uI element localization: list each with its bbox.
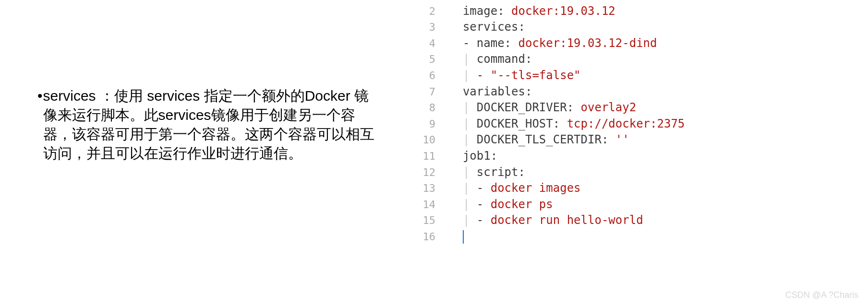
code-token: |	[463, 213, 477, 227]
code-token: |	[463, 52, 477, 66]
line-number: 11	[418, 150, 449, 162]
code-token: -	[477, 198, 491, 211]
code-token: command:	[477, 52, 532, 66]
code-token	[449, 0, 463, 1]
line-number: 10	[418, 134, 449, 146]
code-token: |	[463, 133, 477, 146]
code-token: |	[463, 181, 477, 195]
line-number: 5	[418, 53, 449, 65]
code-line[interactable]: 16	[418, 230, 850, 246]
code-line[interactable]: 9 | DOCKER_HOST: tcp://docker:2375	[418, 117, 850, 133]
code-content[interactable]: ---	[449, 0, 483, 1]
cursor	[463, 230, 464, 244]
code-token	[449, 52, 463, 66]
code-content[interactable]: | script:	[449, 165, 525, 179]
code-content[interactable]: job1:	[449, 149, 497, 163]
code-token	[449, 165, 463, 179]
code-content[interactable]: | DOCKER_HOST: tcp://docker:2375	[449, 117, 685, 130]
code-token: tcp://docker:2375	[567, 117, 685, 130]
description-text: services ：使用 services 指定一个额外的Docker 镜像来运…	[43, 86, 382, 163]
code-token: |	[463, 165, 477, 179]
code-line[interactable]: 14 | - docker ps	[418, 198, 850, 214]
line-number: 6	[418, 70, 449, 82]
line-number: 4	[418, 37, 449, 49]
code-token	[449, 213, 463, 227]
code-token: -	[477, 69, 491, 82]
code-token: - name:	[449, 36, 518, 50]
code-content[interactable]: - name: docker:19.03.12-dind	[449, 36, 657, 50]
code-content[interactable]: variables:	[449, 85, 532, 98]
line-number: 14	[418, 199, 449, 211]
code-content[interactable]: | - docker ps	[449, 198, 553, 211]
code-token: |	[463, 198, 477, 211]
code-token: DOCKER_DRIVER:	[477, 101, 581, 114]
description-panel: • services ：使用 services 指定一个额外的Docker 镜像…	[34, 86, 382, 163]
line-number: 16	[418, 231, 449, 243]
line-number: 13	[418, 182, 449, 194]
code-token: |	[463, 69, 477, 82]
bullet-item: • services ：使用 services 指定一个额外的Docker 镜像…	[34, 86, 382, 163]
code-line[interactable]: 7 variables:	[418, 85, 850, 101]
code-token: docker:19.03.12-dind	[518, 36, 657, 50]
code-token	[449, 69, 463, 82]
line-number: 15	[418, 214, 449, 226]
code-token: ''	[615, 133, 629, 146]
code-line[interactable]: 10 | DOCKER_TLS_CERTDIR: ''	[418, 133, 850, 149]
code-content[interactable]	[449, 230, 464, 244]
line-number: 1	[418, 0, 449, 1]
code-token: DOCKER_HOST:	[477, 117, 567, 130]
code-token: docker ps	[491, 198, 553, 211]
code-token	[449, 230, 463, 243]
code-token: script:	[477, 165, 525, 179]
code-line[interactable]: 5 | command:	[418, 52, 850, 69]
code-token: -	[477, 213, 491, 227]
bullet-dot: •	[34, 86, 43, 106]
code-line[interactable]: 8 | DOCKER_DRIVER: overlay2	[418, 101, 850, 117]
code-token: docker:19.03.12	[511, 4, 615, 18]
line-number: 9	[418, 118, 449, 130]
code-content[interactable]: | - "--tls=false"	[449, 69, 581, 82]
code-token: job1:	[449, 149, 497, 163]
code-line[interactable]: 2 image: docker:19.03.12	[418, 4, 850, 21]
code-token: -	[477, 181, 491, 195]
code-line[interactable]: 13 | - docker images	[418, 181, 850, 198]
code-content[interactable]: services:	[449, 20, 525, 34]
code-line[interactable]: 4 - name: docker:19.03.12-dind	[418, 36, 850, 53]
code-token	[449, 117, 463, 130]
code-token: variables:	[449, 85, 532, 98]
code-content[interactable]: | DOCKER_DRIVER: overlay2	[449, 101, 636, 114]
code-token: docker images	[491, 181, 581, 195]
line-number: 7	[418, 86, 449, 98]
code-token: |	[463, 117, 477, 130]
code-line[interactable]: 12 | script:	[418, 165, 850, 182]
code-content[interactable]: | DOCKER_TLS_CERTDIR: ''	[449, 133, 629, 146]
line-number: 3	[418, 21, 449, 33]
line-number: 8	[418, 102, 449, 114]
line-number: 12	[418, 166, 449, 178]
code-token: services:	[449, 20, 525, 34]
code-token: docker run hello-world	[491, 213, 643, 227]
code-token	[449, 133, 463, 146]
code-line[interactable]: 1 ---	[418, 0, 850, 4]
code-editor: 1 ---2 image: docker:19.03.123 services:…	[418, 0, 850, 246]
code-token: ---	[463, 0, 483, 1]
code-token: image:	[449, 4, 511, 18]
code-content[interactable]: | command:	[449, 52, 532, 66]
code-token: DOCKER_TLS_CERTDIR:	[477, 133, 615, 146]
code-line[interactable]: 15 | - docker run hello-world	[418, 213, 850, 230]
code-content[interactable]: | - docker run hello-world	[449, 213, 643, 227]
code-token: "--tls=false"	[491, 69, 581, 82]
code-line[interactable]: 6 | - "--tls=false"	[418, 69, 850, 85]
code-content[interactable]: | - docker images	[449, 181, 581, 195]
watermark-text: CSDN @A ?Charis	[785, 290, 858, 300]
code-token: |	[463, 101, 477, 114]
code-token	[449, 181, 463, 195]
code-line[interactable]: 11 job1:	[418, 149, 850, 165]
code-line[interactable]: 3 services:	[418, 20, 850, 36]
code-content[interactable]: image: docker:19.03.12	[449, 4, 615, 18]
code-token	[449, 101, 463, 114]
code-token	[449, 198, 463, 211]
code-token: overlay2	[581, 101, 637, 114]
line-number: 2	[418, 5, 449, 17]
